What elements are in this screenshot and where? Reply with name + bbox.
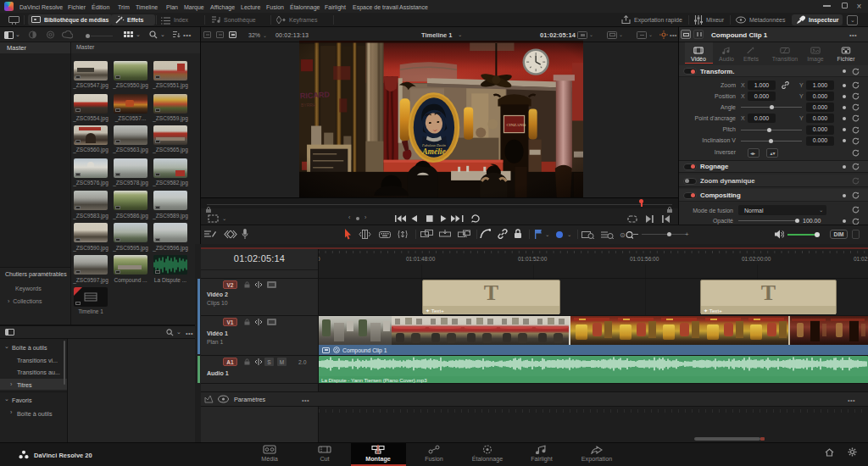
- svg-text:⊙: ⊙: [620, 231, 626, 239]
